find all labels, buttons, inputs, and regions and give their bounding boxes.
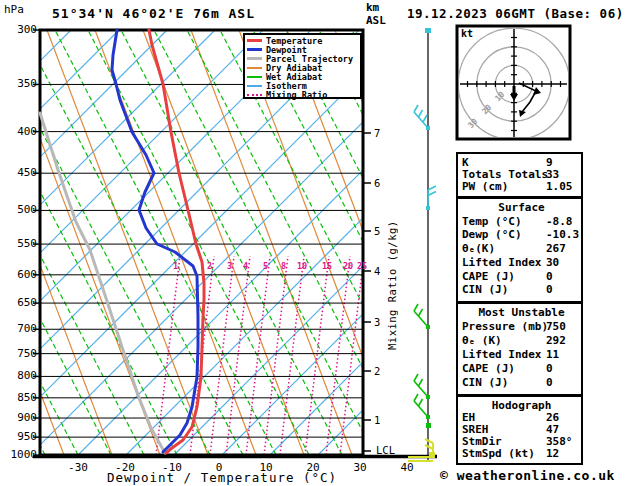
pressure-tick-label: 550 [5,237,37,250]
dewpoint-curve [112,30,198,452]
pressure-tick-label: 800 [5,369,37,382]
row-label: CIN (J) [462,283,508,296]
pressure-tick-label: 650 [5,296,37,309]
mixing-ratio-value-label: 3 [227,261,232,271]
row-label: CIN (J) [462,376,508,389]
mixing-ratio-value-label: 2 [207,261,212,271]
pressure-tick-label: 300 [5,23,37,36]
table-row: CIN (J)0 [458,376,581,390]
wind-barb [408,439,435,461]
row-label: Temp (°C) [462,215,522,228]
row-value: 11 [546,348,559,361]
pressure-tick-label: 750 [5,347,37,360]
mixing-ratio-value-label: 4 [243,261,248,271]
pressure-tick-label: 950 [5,430,37,443]
km-tick-label: 3 [374,316,380,328]
row-value: 1.05 [546,180,573,193]
temp-tick-label: 0 [199,461,239,474]
hodograph-unit-label: kt [461,28,473,39]
table-row: StmSpd (kt)12 [458,447,581,459]
row-label: CAPE (J) [462,362,515,375]
legend: TemperatureDewpointParcel TrajectoryDry … [243,33,362,99]
table-row: CAPE (J)0 [458,362,581,376]
row-value: -8.8 [546,215,573,228]
row-label: StmSpd (kt) [462,447,535,460]
altitude-axis-unit: km ASL [366,1,386,27]
mixing-ratio-value-label: 15 [322,261,332,271]
table-row: EH26 [458,411,581,423]
hodograph-table: HodographEH26SREH47StmDir358°StmSpd (kt)… [456,395,583,465]
legend-swatch [247,39,262,42]
temp-tick-label: 10 [246,461,286,474]
row-value: 0 [546,270,553,283]
row-value: 12 [546,447,559,460]
table-row: θₑ (K)292 [458,334,581,348]
mixing-ratio-value-label: 20 [343,261,353,271]
row-value: 267 [546,242,566,255]
pressure-tick-label: 700 [5,322,37,335]
table-row: SREH47 [458,423,581,435]
valid-datetime: 19.12.2023 06GMT (Base: 06) [407,6,624,21]
row-label: Lifted Index [462,348,541,361]
km-tick-label: 2 [374,365,380,377]
row-value: 0 [546,376,553,389]
row-label: Dewp (°C) [462,228,522,241]
temp-tick-label: 30 [340,461,380,474]
legend-item: Mixing Ratio [247,91,360,100]
row-value: 30 [546,256,559,269]
km-tick-label: 4 [374,265,380,277]
mixing-ratio-value-label: 25 [357,261,367,271]
pressure-tick-label: 450 [5,166,37,179]
lcl-label: LCL [376,444,395,456]
table-title: Most Unstable [458,306,581,320]
mixing-ratio-value-label: 10 [297,261,307,271]
legend-swatch [247,57,262,60]
row-value: 0 [546,283,553,296]
temp-tick-label: -10 [152,461,192,474]
row-label: Lifted Index [462,256,541,269]
mixing-ratio-value-label: 5 [263,261,268,271]
legend-swatch [247,76,262,78]
indices-table: K9Totals Totals33PW (cm)1.05 [456,152,583,198]
legend-swatch [247,94,262,96]
row-label: θₑ (K) [462,334,502,347]
pressure-tick-label: 900 [5,411,37,424]
table-row: Lifted Index11 [458,348,581,362]
pressure-tick-label: 600 [5,268,37,281]
table-row: Totals Totals33 [458,168,581,180]
table-row: CIN (J)0 [458,283,581,297]
row-label: Pressure (mb) [462,320,548,333]
pressure-axis-unit: hPa [4,3,24,16]
row-label: θₑ(K) [462,242,495,255]
table-row: θₑ(K)267 [458,242,581,256]
altitude-unit-km: km [366,1,386,14]
altitude-unit-asl: ASL [366,14,386,27]
skewt-sounding-screenshot: hPa 51°34'N 46°02'E 76m ASL km ASL 19.12… [0,0,629,486]
legend-swatch [247,85,262,87]
temp-tick-label: -30 [58,461,98,474]
row-value: 0 [546,362,553,375]
table-row: Temp (°C)-8.8 [458,215,581,229]
row-label: CAPE (J) [462,270,515,283]
km-tick-label: 6 [374,177,380,189]
table-row: Dewp (°C)-10.3 [458,228,581,242]
most-unstable-table: Most UnstablePressure (mb)750θₑ (K)292Li… [456,302,583,396]
pressure-tick-label: 400 [5,125,37,138]
watermark: © weatheronline.co.uk [440,468,615,483]
row-value: -10.3 [546,228,579,241]
table-row: StmDir358° [458,435,581,447]
legend-swatch [247,48,262,51]
wind-barb [426,423,431,428]
legend-label: Mixing Ratio [266,90,327,100]
km-tick-label: 7 [374,127,380,139]
mixing-ratio-value-label: 8 [281,261,286,271]
table-row: CAPE (J)0 [458,270,581,284]
table-row: K9 [458,156,581,168]
pressure-tick-label: 1000 [5,448,37,461]
pressure-tick-label: 500 [5,203,37,216]
mixing-ratio-axis-label: Mixing Ratio (g/kg) [385,178,398,350]
surface-table: SurfaceTemp (°C)-8.8Dewp (°C)-10.3θₑ(K)2… [456,197,583,303]
table-row: Pressure (mb)750 [458,320,581,334]
km-tick-label: 5 [374,225,380,237]
station-title: 51°34'N 46°02'E 76m ASL [52,6,255,21]
